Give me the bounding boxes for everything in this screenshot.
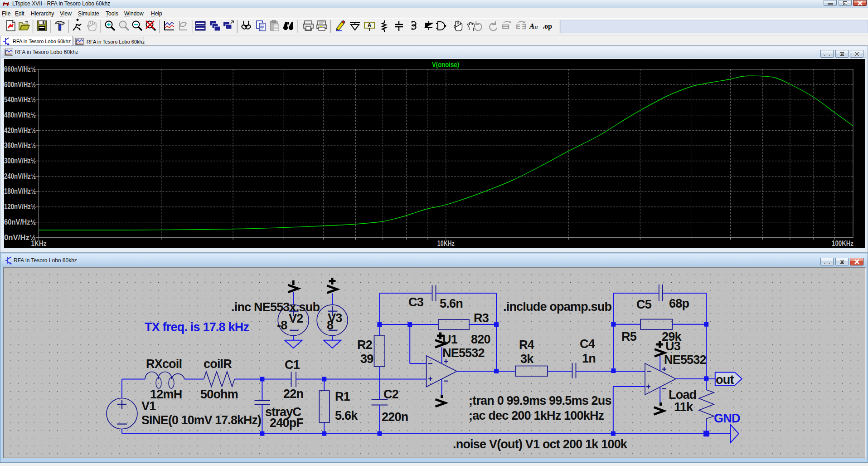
svg-text:out: out — [716, 373, 734, 387]
svg-text:C1: C1 — [285, 358, 300, 372]
svg-text:TX freq. is 17.8 kHz: TX freq. is 17.8 kHz — [145, 320, 249, 334]
svg-text:50ohm: 50ohm — [200, 388, 238, 401]
svg-text:Load: Load — [669, 388, 696, 402]
svg-text:5.6k: 5.6k — [335, 409, 358, 422]
svg-text:3k: 3k — [520, 352, 534, 366]
svg-text:C2: C2 — [383, 388, 398, 401]
svg-text:coilR: coilR — [204, 357, 232, 371]
svg-text:-8: -8 — [277, 319, 287, 332]
svg-text:C5: C5 — [636, 298, 652, 311]
svg-text:GND: GND — [714, 412, 740, 425]
svg-text:V2: V2 — [289, 312, 303, 325]
svg-text:820: 820 — [471, 333, 490, 346]
svg-text:R1: R1 — [335, 390, 350, 403]
svg-text:SINE(0 10mV 17.8kHz): SINE(0 10mV 17.8kHz) — [141, 413, 261, 427]
svg-text:C3: C3 — [408, 295, 424, 309]
svg-text:.inc NE553x.sub: .inc NE553x.sub — [231, 300, 320, 314]
svg-text:68p: 68p — [669, 297, 689, 310]
svg-text:C4: C4 — [580, 337, 595, 351]
svg-text:220n: 220n — [382, 410, 408, 424]
svg-text:8: 8 — [327, 319, 334, 332]
svg-text:RXcoil: RXcoil — [146, 357, 182, 371]
svg-text:NE5532: NE5532 — [442, 346, 485, 360]
svg-text:39: 39 — [360, 352, 373, 366]
svg-text:R2: R2 — [357, 338, 372, 352]
svg-text:U1: U1 — [442, 333, 458, 346]
svg-text:R3: R3 — [474, 311, 489, 325]
svg-text:22n: 22n — [283, 387, 303, 401]
svg-text:;tran 0 99.9ms 99.5ms 2us: ;tran 0 99.9ms 99.5ms 2us — [469, 394, 611, 407]
svg-text:.noise V(out) V1 oct 200 1k 10: .noise V(out) V1 oct 200 1k 100k — [453, 437, 628, 451]
svg-text:NE5532: NE5532 — [664, 353, 706, 367]
svg-text:240pF: 240pF — [270, 416, 303, 430]
svg-text:.include opamp.sub: .include opamp.sub — [503, 300, 611, 314]
svg-text:1n: 1n — [582, 352, 596, 365]
svg-text:11k: 11k — [674, 400, 693, 414]
svg-text:V1: V1 — [141, 399, 156, 413]
svg-text:R4: R4 — [519, 338, 534, 352]
svg-text:U3: U3 — [665, 339, 681, 353]
svg-text:;ac dec 200 1kHz 100kHz: ;ac dec 200 1kHz 100kHz — [469, 409, 604, 422]
svg-text:5.6n: 5.6n — [440, 297, 463, 310]
svg-text:R5: R5 — [621, 330, 637, 343]
